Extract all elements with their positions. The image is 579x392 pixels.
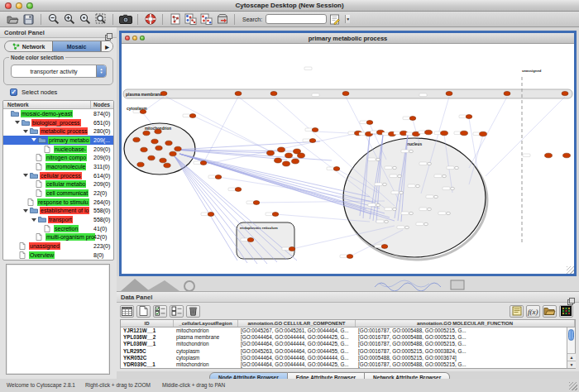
- tree-row[interactable]: cell communicat22(0): [3, 189, 113, 198]
- graph-node[interactable]: [200, 161, 207, 165]
- graph-node[interactable]: [443, 174, 447, 177]
- float-panel-icon[interactable]: [567, 294, 575, 301]
- table-cell[interactable]: [GO:0044464, GO:0044444, GO:0044425, G..…: [238, 361, 356, 368]
- graph-node[interactable]: [451, 187, 455, 189]
- expander-icon[interactable]: [31, 218, 36, 222]
- import-button[interactable]: [215, 12, 229, 26]
- graph-node[interactable]: [247, 238, 254, 242]
- graph-node[interactable]: [283, 161, 290, 166]
- network-view-button[interactable]: [184, 12, 198, 26]
- table-cell[interactable]: [GO:0016787, GO:0005488, GO:0005215, G..…: [356, 341, 575, 347]
- formula-button[interactable]: f(x): [526, 305, 540, 318]
- annotation-note-button[interactable]: [510, 305, 524, 318]
- scroll-up-button[interactable]: ▲: [567, 353, 576, 361]
- table-cell[interactable]: [GO:0045267, GO:0045261, GO:0044464, G..…: [238, 327, 356, 334]
- graph-node[interactable]: [289, 247, 295, 251]
- graph-node[interactable]: [148, 155, 155, 160]
- birds-eye-view[interactable]: [6, 264, 110, 375]
- graph-node[interactable]: [165, 141, 172, 146]
- graph-node[interactable]: [342, 91, 349, 95]
- tab-overflow-button[interactable]: ▶: [101, 41, 112, 51]
- table-row[interactable]: YKR052Ccytoplasm[GO:0044464, GO:0044446,…: [121, 355, 575, 361]
- unselect-attrs-button[interactable]: [170, 305, 184, 318]
- graph-node[interactable]: [393, 208, 397, 210]
- graph-node[interactable]: [235, 91, 242, 95]
- new-attr-button[interactable]: [136, 305, 151, 318]
- graph-node[interactable]: [267, 151, 275, 155]
- graph-node[interactable]: [285, 153, 293, 158]
- tree-row[interactable]: nucleobase-209(0): [3, 145, 113, 154]
- graph-node[interactable]: [381, 245, 388, 249]
- table-cell[interactable]: [GO:0016787, GO:0005215, GO:0003824, G..…: [356, 348, 575, 355]
- select-attrs-button[interactable]: [153, 305, 167, 318]
- graph-node[interactable]: [400, 191, 404, 194]
- table-cell[interactable]: YKR052C: [121, 355, 174, 361]
- zoom-in-button[interactable]: [62, 12, 76, 26]
- graph-node[interactable]: [409, 212, 414, 214]
- graph-node[interactable]: [175, 146, 181, 151]
- table-cell[interactable]: YPL036W__2: [121, 334, 174, 341]
- help-button[interactable]: [143, 12, 157, 26]
- select-nodes-checkbox[interactable]: ✓: [10, 88, 17, 96]
- table-cell[interactable]: mitochondrion: [174, 327, 238, 334]
- annotation-button[interactable]: [328, 12, 342, 26]
- graph-node[interactable]: [563, 153, 571, 158]
- column-header[interactable]: annotation.GO MOLECULAR_FUNCTION: [356, 320, 575, 327]
- graph-node[interactable]: [160, 91, 167, 95]
- table-cell[interactable]: [GO:0044464, GO:0044444, GO:0044425, G..…: [238, 341, 356, 347]
- expander-icon[interactable]: [23, 209, 28, 213]
- graph-node[interactable]: [235, 188, 242, 192]
- scrollbar-thumb[interactable]: [568, 329, 574, 341]
- table-cell[interactable]: [GO:0016787, GO:0005488, GO:0005215, G..…: [356, 361, 575, 368]
- zoom-fit-button[interactable]: [93, 12, 108, 26]
- graph-node[interactable]: [164, 163, 170, 168]
- table-cell[interactable]: [GO:0044464, GO:0044444, GO:0044425, G..…: [238, 334, 356, 341]
- zoom-selected-button[interactable]: [78, 12, 92, 26]
- table-cell[interactable]: cytoplasm: [174, 355, 238, 361]
- graph-node[interactable]: [562, 91, 568, 95]
- search-combobox[interactable]: ▼: [266, 14, 327, 24]
- graph-node[interactable]: [545, 153, 553, 158]
- table-row[interactable]: YLR295Ccytoplasm[GO:0045263, GO:0044464,…: [121, 348, 575, 355]
- app-resize-grip[interactable]: [569, 382, 577, 390]
- tree-row[interactable]: unassigned223(0): [3, 241, 113, 251]
- graph-node[interactable]: [504, 91, 510, 95]
- graph-node[interactable]: [312, 128, 318, 132]
- graph-node[interactable]: [428, 162, 432, 165]
- table-cell[interactable]: YPL036W__1: [121, 341, 174, 347]
- graph-node[interactable]: [208, 213, 214, 217]
- graph-node[interactable]: [446, 91, 452, 95]
- graph-node[interactable]: [347, 255, 353, 259]
- graph-node[interactable]: [480, 131, 487, 136]
- tree-row[interactable]: secretion41(0): [3, 224, 113, 233]
- table-cell[interactable]: mitochondrion: [174, 361, 238, 368]
- graph-node[interactable]: [270, 91, 277, 95]
- view-resize-grip[interactable]: [567, 266, 574, 274]
- tree-row[interactable]: multi-organism pro42(0): [3, 233, 113, 242]
- graph-node[interactable]: [133, 137, 140, 142]
- table-cell[interactable]: YLR295C: [121, 348, 174, 355]
- expander-icon[interactable]: [15, 121, 20, 124]
- table-cell[interactable]: [GO:0016787, GO:0005488, GO:0005215, G..…: [356, 327, 575, 334]
- tree-row[interactable]: transport558(0): [3, 215, 113, 224]
- graph-node[interactable]: [253, 201, 260, 205]
- graph-node[interactable]: [405, 226, 409, 228]
- graph-node[interactable]: [366, 121, 373, 125]
- tree-row[interactable]: establishment of lo558(0): [3, 207, 113, 216]
- graph-node[interactable]: [141, 147, 147, 152]
- graph-node[interactable]: [140, 110, 146, 114]
- expander-icon[interactable]: [31, 138, 36, 141]
- tree-row[interactable]: nitrogen compo209(0): [3, 153, 113, 162]
- tree-row[interactable]: mosaic-demo-yeast874(0): [3, 109, 113, 118]
- graph-node[interactable]: [455, 166, 459, 169]
- delete-attr-button[interactable]: [186, 305, 200, 318]
- graph-node[interactable]: [398, 174, 402, 177]
- graph-node[interactable]: [278, 147, 285, 152]
- tree-row[interactable]: cellular metabo209(0): [3, 180, 113, 189]
- graph-node[interactable]: [441, 131, 448, 136]
- expander-icon[interactable]: [23, 130, 28, 133]
- open-button[interactable]: [6, 12, 20, 26]
- attr-table-button[interactable]: [120, 305, 134, 318]
- tree-row[interactable]: response to stimulu264(0): [3, 198, 113, 207]
- graph-node[interactable]: [309, 139, 316, 143]
